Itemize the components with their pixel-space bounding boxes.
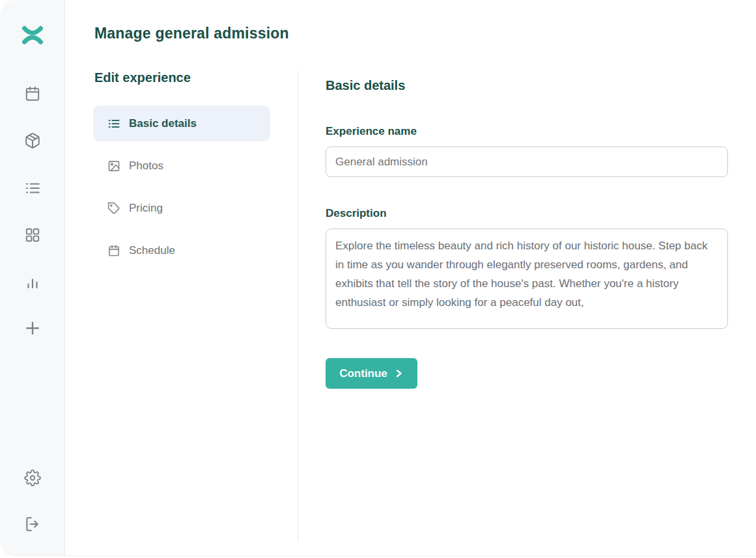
- sidebar-apps-button[interactable]: [23, 226, 42, 244]
- sidebar-products-button[interactable]: [23, 132, 42, 150]
- sidebar-list-button[interactable]: [23, 179, 42, 197]
- nav-item-pricing[interactable]: Pricing: [93, 190, 270, 226]
- description-textarea[interactable]: Explore the timeless beauty and rich his…: [326, 229, 728, 329]
- nav-item-label: Schedule: [129, 244, 175, 257]
- calendar-icon: [107, 244, 120, 257]
- basic-details-form: Basic details Experience name Descriptio…: [326, 0, 728, 555]
- bar-chart-icon: [24, 273, 41, 290]
- sidebar-add-button[interactable]: [23, 319, 42, 337]
- chevron-right-icon: [394, 369, 404, 378]
- nav-item-schedule[interactable]: Schedule: [93, 232, 270, 268]
- list-icon: [24, 180, 41, 197]
- image-icon: [107, 160, 120, 173]
- description-label: Description: [326, 207, 387, 220]
- experience-name-label: Experience name: [326, 125, 417, 138]
- page-title: Manage general admission: [94, 25, 289, 42]
- edit-experience-nav: Basic details Photos Pricing: [93, 105, 270, 275]
- sidebar: [0, 0, 65, 555]
- continue-button-label: Continue: [339, 367, 387, 380]
- app-window: Manage general admission Edit experience…: [0, 0, 756, 556]
- brand-logo[interactable]: [21, 24, 44, 46]
- calendar-icon: [24, 85, 41, 102]
- nav-item-label: Photos: [129, 160, 163, 173]
- plus-icon: [24, 320, 41, 337]
- nav-item-basic-details[interactable]: Basic details: [93, 105, 270, 141]
- sidebar-reports-button[interactable]: [23, 273, 42, 291]
- tag-icon: [107, 202, 120, 215]
- nav-item-photos[interactable]: Photos: [93, 148, 270, 184]
- form-title: Basic details: [326, 78, 405, 93]
- grid-icon: [24, 227, 41, 244]
- edit-experience-heading: Edit experience: [94, 70, 191, 85]
- package-icon: [24, 132, 41, 149]
- nav-item-label: Basic details: [129, 117, 197, 130]
- sidebar-settings-button[interactable]: [23, 469, 42, 487]
- gear-icon: [24, 469, 41, 486]
- sidebar-logout-button[interactable]: [23, 515, 42, 533]
- experience-name-input[interactable]: [326, 146, 728, 177]
- log-out-icon: [24, 516, 41, 533]
- vertical-divider: [298, 70, 298, 542]
- continue-button[interactable]: Continue: [326, 358, 417, 389]
- nav-item-label: Pricing: [129, 202, 163, 215]
- main-content: Manage general admission Edit experience…: [66, 0, 756, 555]
- list-icon: [107, 117, 120, 130]
- sidebar-calendar-button[interactable]: [23, 85, 42, 103]
